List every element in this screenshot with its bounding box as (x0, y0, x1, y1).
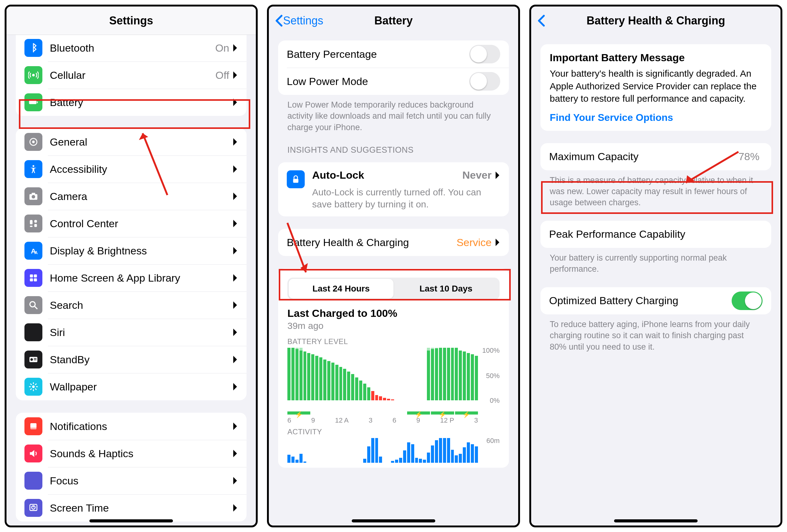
row-label: Optimized Battery Charging (549, 294, 731, 307)
settings-row-standby[interactable]: StandBy (16, 346, 247, 373)
row-label: Wallpaper (50, 381, 232, 393)
bluetooth-icon (24, 39, 42, 57)
back-chevron-icon (537, 15, 546, 27)
y-label-60m: 60m (486, 437, 499, 445)
chevron-icon (232, 476, 238, 485)
chevron-icon (232, 273, 238, 283)
row-peak-performance[interactable]: Peak Performance Capability (540, 221, 771, 248)
last-charged-sub: 39m ago (278, 319, 509, 337)
row-value: Service (456, 237, 492, 248)
y-label-100: 100% (482, 347, 499, 355)
back-button[interactable]: Settings (275, 14, 323, 27)
settings-row-sounds-haptics[interactable]: Sounds & Haptics (16, 440, 247, 467)
section-header: INSIGHTS AND SUGGESTIONS (278, 145, 509, 159)
settings-row-control-center[interactable]: Control Center (16, 210, 247, 237)
screen-battery-health: Battery Health & Charging Important Batt… (529, 5, 782, 527)
chevron-icon (232, 449, 238, 458)
row-label: Auto-Lock (312, 169, 364, 181)
footer-text: Your battery is currently supporting nor… (540, 248, 771, 275)
y-label-50: 50% (486, 372, 499, 380)
chevron-icon (232, 422, 238, 431)
toggle-optimized-charging[interactable] (731, 291, 763, 310)
row-label: Screen Time (50, 502, 232, 514)
chevron-icon (232, 355, 238, 364)
row-desc: Auto-Lock is currently turned off. You c… (312, 186, 500, 210)
row-label: Peak Performance Capability (549, 228, 763, 240)
siri-icon (24, 323, 42, 341)
footer-text: To reduce battery aging, iPhone learns f… (540, 314, 771, 352)
settings-row-bluetooth[interactable]: BluetoothOn (16, 35, 247, 62)
chevron-icon (232, 219, 238, 228)
svg-line-45 (686, 152, 739, 183)
row-auto-lock[interactable]: Auto-Lock Never Auto-Lock is currently t… (278, 162, 509, 216)
settings-row-siri[interactable]: Siri (16, 319, 247, 346)
row-label: Cellular (50, 69, 215, 81)
screentime-icon (24, 499, 42, 517)
settings-row-search[interactable]: Search (16, 291, 247, 319)
row-value: On (215, 42, 229, 54)
row-battery-percentage[interactable]: Battery Percentage (278, 41, 509, 68)
row-value: Never (462, 169, 492, 181)
chevron-icon (232, 43, 238, 52)
chevron-icon (232, 192, 238, 201)
toggle-low-power[interactable] (469, 72, 500, 91)
chevron-icon (232, 382, 238, 391)
charging-indicator-bar (288, 412, 499, 415)
screen-battery: Settings Battery Battery Percentage Low … (267, 5, 520, 527)
home-indicator (89, 519, 173, 523)
home-indicator (614, 519, 698, 523)
standby-icon (24, 351, 42, 369)
message-title: Important Battery Message (550, 52, 762, 64)
chevron-icon (232, 328, 238, 337)
svg-marker-44 (300, 263, 308, 272)
row-label: Sounds & Haptics (50, 448, 232, 460)
chevron-icon (495, 238, 500, 247)
battery-level-chart: 100% 50% 0% (288, 348, 499, 409)
toggle-battery-percentage[interactable] (469, 45, 500, 63)
row-label: Focus (50, 475, 232, 487)
settings-row-notifications[interactable]: Notifications (16, 413, 247, 440)
row-label: Siri (50, 327, 232, 338)
sounds-icon (24, 445, 42, 462)
chevron-icon (232, 137, 238, 147)
back-chevron-icon (275, 15, 283, 27)
service-options-link[interactable]: Find Your Service Options (550, 112, 762, 123)
page-title: Battery (374, 14, 413, 27)
settings-row-display-brightness[interactable]: Display & Brightness (16, 237, 247, 264)
settings-row-focus[interactable]: Focus (16, 467, 247, 494)
back-button[interactable] (537, 15, 546, 27)
svg-line-41 (143, 133, 167, 195)
row-label: Bluetooth (50, 42, 215, 54)
controlcenter-icon (24, 215, 42, 232)
settings-row-home-screen-app-library[interactable]: Home Screen & App Library (16, 264, 247, 291)
screen-settings: Settings BluetoothOnCellularOffBattery G… (5, 5, 258, 527)
home-indicator (352, 519, 435, 523)
camera-icon (24, 187, 42, 205)
chevron-icon (232, 301, 238, 310)
last-charged-title: Last Charged to 100% (278, 305, 509, 319)
focus-icon (24, 472, 42, 490)
navbar: Settings Battery (269, 6, 518, 35)
row-label: Search (50, 299, 232, 311)
page-title: Settings (109, 14, 153, 27)
settings-row-screen-time[interactable]: Screen Time (16, 494, 247, 522)
row-label: StandBy (50, 354, 232, 366)
display-icon (24, 242, 42, 260)
message-body: Your battery's health is significantly d… (550, 67, 762, 105)
row-optimized-charging[interactable]: Optimized Battery Charging (540, 287, 771, 314)
settings-row-wallpaper[interactable]: Wallpaper (16, 373, 247, 400)
chevron-icon (232, 70, 238, 80)
annotation-arrow (124, 127, 186, 207)
row-label: Home Screen & App Library (50, 272, 232, 284)
important-battery-message: Important Battery Message Your battery's… (540, 44, 771, 131)
search-icon (24, 296, 42, 314)
lock-icon (287, 170, 305, 188)
navbar: Settings (6, 6, 256, 35)
row-low-power-mode[interactable]: Low Power Mode (278, 68, 509, 95)
row-label: Battery Percentage (287, 48, 469, 60)
row-label: Low Power Mode (287, 75, 469, 87)
settings-row-cellular[interactable]: CellularOff (16, 62, 247, 89)
annotation-arrow (281, 217, 318, 279)
row-label: Notifications (50, 420, 232, 433)
svg-line-43 (288, 223, 306, 272)
